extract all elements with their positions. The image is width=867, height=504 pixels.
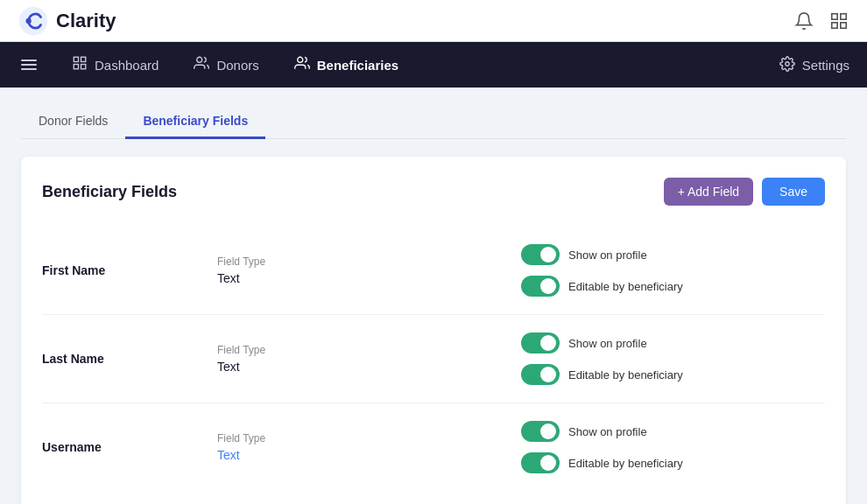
svg-point-1 bbox=[25, 18, 31, 23]
settings-label: Settings bbox=[802, 58, 849, 73]
show-on-profile-row: Show on profile bbox=[521, 244, 825, 265]
logo: Clarity bbox=[18, 5, 116, 37]
dashboard-label: Dashboard bbox=[95, 58, 159, 73]
field-type-value: Text bbox=[217, 271, 521, 285]
settings-icon bbox=[779, 56, 795, 74]
content-area: Donor Fields Beneficiary Fields Benefici… bbox=[0, 88, 867, 504]
tab-beneficiary-fields[interactable]: Beneficiary Fields bbox=[125, 105, 265, 139]
app-name: Clarity bbox=[56, 10, 116, 32]
show-on-profile-row: Show on profile bbox=[521, 332, 825, 354]
show-on-profile-toggle[interactable] bbox=[521, 244, 560, 265]
editable-by-beneficiary-label: Editable by beneficiary bbox=[568, 280, 683, 293]
editable-by-beneficiary-row: Editable by beneficiary bbox=[521, 452, 825, 473]
field-type-area: Field TypeText bbox=[217, 432, 521, 462]
field-name: Username bbox=[42, 440, 217, 454]
field-type-label: Field Type bbox=[217, 344, 521, 356]
navbar: Dashboard Donors bbox=[0, 42, 867, 88]
sidebar-item-beneficiaries[interactable]: Beneficiaries bbox=[291, 50, 402, 80]
editable-by-beneficiary-toggle[interactable] bbox=[521, 364, 560, 385]
editable-by-beneficiary-row: Editable by beneficiary bbox=[521, 364, 825, 385]
sidebar-item-donors[interactable]: Donors bbox=[190, 50, 262, 80]
field-type-value: Text bbox=[217, 360, 521, 374]
svg-rect-4 bbox=[832, 22, 837, 27]
sidebar-item-dashboard[interactable]: Dashboard bbox=[68, 50, 162, 80]
field-name: First Name bbox=[42, 263, 217, 277]
field-name: Last Name bbox=[42, 352, 217, 366]
card-title: Beneficiary Fields bbox=[42, 183, 177, 201]
save-button[interactable]: Save bbox=[762, 178, 825, 206]
card-header: Beneficiary Fields + Add Field Save bbox=[42, 178, 825, 206]
field-toggles: Show on profileEditable by beneficiary bbox=[521, 244, 825, 297]
show-on-profile-label: Show on profile bbox=[568, 425, 647, 438]
editable-by-beneficiary-toggle[interactable] bbox=[521, 452, 560, 473]
logo-icon bbox=[18, 5, 49, 37]
fields-container: First NameField TypeTextShow on profileE… bbox=[42, 227, 825, 491]
svg-rect-3 bbox=[841, 13, 846, 18]
donors-icon bbox=[194, 55, 209, 74]
card-actions: + Add Field Save bbox=[664, 178, 825, 206]
table-row: UsernameField TypeTextShow on profileEdi… bbox=[42, 403, 825, 491]
hamburger-icon bbox=[21, 60, 37, 70]
svg-point-11 bbox=[298, 57, 303, 62]
show-on-profile-toggle[interactable] bbox=[521, 421, 560, 442]
nav-left: Dashboard Donors bbox=[18, 50, 402, 80]
grid-icon[interactable] bbox=[828, 10, 849, 32]
svg-rect-5 bbox=[841, 22, 846, 27]
svg-rect-8 bbox=[74, 65, 78, 69]
donors-label: Donors bbox=[216, 58, 258, 73]
field-type-label: Field Type bbox=[217, 256, 521, 268]
svg-point-0 bbox=[19, 6, 47, 34]
editable-by-beneficiary-toggle[interactable] bbox=[521, 276, 560, 297]
svg-point-12 bbox=[786, 61, 790, 66]
beneficiary-fields-card: Beneficiary Fields + Add Field Save Firs… bbox=[21, 157, 846, 504]
editable-by-beneficiary-label: Editable by beneficiary bbox=[568, 368, 683, 382]
show-on-profile-toggle[interactable] bbox=[521, 332, 560, 354]
field-toggles: Show on profileEditable by beneficiary bbox=[521, 421, 825, 473]
field-type-label: Field Type bbox=[217, 432, 521, 444]
show-on-profile-row: Show on profile bbox=[521, 421, 825, 442]
field-type-value: Text bbox=[217, 448, 521, 462]
editable-by-beneficiary-label: Editable by beneficiary bbox=[568, 457, 683, 470]
svg-rect-9 bbox=[81, 65, 86, 69]
show-on-profile-label: Show on profile bbox=[568, 337, 647, 350]
dashboard-icon bbox=[72, 55, 88, 74]
show-on-profile-label: Show on profile bbox=[568, 248, 647, 262]
table-row: Last NameField TypeTextShow on profileEd… bbox=[42, 315, 825, 403]
beneficiaries-icon bbox=[294, 55, 310, 74]
field-toggles: Show on profileEditable by beneficiary bbox=[521, 332, 825, 385]
tab-donor-fields[interactable]: Donor Fields bbox=[21, 105, 125, 139]
field-type-area: Field TypeText bbox=[217, 344, 521, 374]
add-field-button[interactable]: + Add Field bbox=[664, 178, 753, 206]
table-row: First NameField TypeTextShow on profileE… bbox=[42, 227, 825, 315]
nav-item-hamburger[interactable] bbox=[18, 54, 40, 75]
field-type-area: Field TypeText bbox=[217, 256, 521, 285]
editable-by-beneficiary-row: Editable by beneficiary bbox=[521, 276, 825, 297]
topbar-icons bbox=[793, 10, 849, 32]
svg-rect-7 bbox=[81, 57, 86, 61]
notification-icon[interactable] bbox=[793, 10, 814, 32]
svg-point-10 bbox=[197, 57, 202, 62]
beneficiaries-label: Beneficiaries bbox=[317, 58, 398, 73]
nav-settings[interactable]: Settings bbox=[779, 56, 849, 74]
svg-rect-2 bbox=[832, 13, 837, 18]
tabs: Donor Fields Beneficiary Fields bbox=[21, 105, 846, 139]
svg-rect-6 bbox=[74, 57, 78, 61]
topbar: Clarity bbox=[0, 0, 867, 42]
